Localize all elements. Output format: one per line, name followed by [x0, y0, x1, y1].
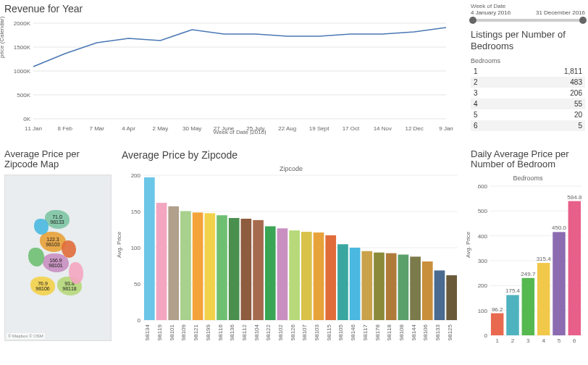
svg-text:98104: 98104 — [253, 324, 260, 340]
svg-text:19 Sept: 19 Sept — [309, 125, 329, 132]
bed-listings-table: Bedrooms 11,8112483320645552065 — [471, 56, 585, 131]
svg-rect-71 — [361, 251, 372, 320]
svg-text:0: 0 — [138, 317, 141, 324]
svg-text:98144: 98144 — [411, 324, 417, 340]
date-slider[interactable]: Week of Date 4 January 2016 31 December … — [471, 3, 585, 22]
svg-text:98108: 98108 — [398, 324, 405, 340]
svg-text:0: 0 — [484, 332, 488, 339]
bedbars-ylabel: Avg. Price — [465, 232, 471, 258]
svg-text:98105: 98105 — [337, 324, 344, 340]
bed-listings-header: Bedrooms — [471, 56, 585, 66]
svg-text:98122: 98122 — [265, 324, 272, 340]
zipbars-ylabel: Avg. Price — [116, 232, 122, 258]
svg-text:3: 3 — [526, 337, 530, 344]
svg-text:6: 6 — [573, 337, 576, 344]
svg-rect-59 — [289, 230, 300, 320]
svg-text:200: 200 — [131, 172, 141, 179]
svg-text:5: 5 — [558, 337, 561, 344]
svg-text:98121: 98121 — [193, 324, 199, 340]
bedroombars-panel: Daily Average Price per Number of Bedroo… — [466, 146, 588, 364]
svg-text:12 Dec: 12 Dec — [405, 125, 423, 132]
svg-text:98118: 98118 — [386, 324, 392, 340]
svg-rect-45 — [204, 213, 215, 320]
svg-rect-41 — [180, 211, 191, 320]
table-row: 455 — [471, 98, 585, 109]
svg-text:2000K: 2000K — [14, 20, 31, 27]
revenue-panel: Revenue for Year price (Calendar) 0K500K… — [0, 0, 465, 145]
svg-rect-69 — [350, 248, 361, 320]
svg-text:98126: 98126 — [290, 324, 296, 340]
svg-text:315.4: 315.4 — [537, 256, 552, 262]
svg-rect-83 — [434, 270, 445, 320]
slider-max: 31 December 2016 — [536, 9, 585, 16]
svg-text:98102: 98102 — [277, 324, 284, 340]
zipcode-bar-chart: 0501001502009813498119981019810998121981… — [122, 172, 461, 353]
zipbars-title: Average Price by Zipcode — [122, 149, 461, 161]
svg-rect-51 — [241, 219, 252, 320]
svg-text:17 Oct: 17 Oct — [343, 125, 360, 132]
svg-rect-47 — [217, 215, 227, 320]
svg-text:1000K: 1000K — [14, 68, 31, 75]
zipbars-panel: Average Price by Zipcode Zipcode Avg. Pr… — [117, 146, 465, 364]
map-credit: © Mapbox © OSM — [7, 333, 45, 339]
svg-rect-81 — [422, 261, 433, 320]
svg-text:98199: 98199 — [205, 324, 211, 340]
svg-text:98106: 98106 — [422, 324, 429, 340]
svg-rect-104 — [506, 295, 518, 335]
svg-text:11 Jan: 11 Jan — [25, 125, 42, 132]
table-row: 11,811 — [471, 66, 585, 77]
svg-rect-77 — [398, 255, 409, 320]
svg-rect-37 — [156, 203, 167, 320]
svg-text:98115: 98115 — [326, 324, 332, 340]
map-panel: Average Price per Zipcode Map 71.098133 … — [0, 146, 116, 364]
svg-rect-39 — [168, 206, 179, 320]
svg-text:600: 600 — [478, 183, 488, 190]
svg-rect-55 — [265, 226, 276, 320]
svg-rect-65 — [325, 235, 336, 320]
table-row: 65 — [471, 120, 585, 131]
svg-rect-53 — [253, 220, 264, 320]
svg-rect-57 — [277, 228, 288, 320]
svg-rect-101 — [491, 313, 503, 335]
svg-rect-63 — [314, 232, 324, 320]
svg-text:98103: 98103 — [314, 324, 320, 340]
svg-rect-79 — [410, 256, 421, 320]
svg-text:2 May: 2 May — [152, 125, 168, 132]
table-row: 520 — [471, 109, 585, 120]
svg-text:30 May: 30 May — [182, 125, 201, 132]
svg-text:100: 100 — [478, 307, 488, 314]
revenue-title: Revenue for Year — [4, 3, 461, 14]
svg-text:98178: 98178 — [374, 324, 381, 340]
svg-text:9 Jan: 9 Jan — [439, 125, 453, 132]
svg-text:2: 2 — [511, 337, 515, 344]
svg-text:0K: 0K — [23, 116, 30, 122]
svg-text:98136: 98136 — [229, 324, 235, 340]
svg-text:1500K: 1500K — [14, 44, 31, 51]
svg-rect-116 — [568, 201, 581, 335]
svg-rect-75 — [386, 253, 397, 320]
map-title: Average Price per Zipcode Map — [4, 149, 112, 170]
svg-text:22 Aug: 22 Aug — [278, 125, 296, 132]
svg-rect-73 — [374, 253, 385, 320]
revenue-line-chart: 0K500K1000K1500K2000K11 Jan8 Feb7 Mar4 A… — [4, 19, 453, 135]
slider-track[interactable] — [471, 19, 585, 22]
svg-rect-110 — [537, 263, 550, 335]
bed-listings-title: Listings per Number of Bedrooms — [471, 29, 585, 51]
svg-text:4: 4 — [542, 337, 545, 344]
svg-text:98116: 98116 — [217, 324, 224, 340]
svg-rect-85 — [446, 275, 457, 320]
svg-text:98146: 98146 — [350, 324, 356, 340]
svg-text:584.8: 584.8 — [567, 193, 582, 200]
svg-text:98134: 98134 — [144, 324, 151, 340]
zipcode-map[interactable]: 71.098133 122.398103 166.998101 76.99810… — [4, 175, 112, 341]
svg-text:500: 500 — [478, 208, 488, 214]
revenue-ylabel: price (Calendar) — [0, 17, 5, 58]
svg-text:400: 400 — [478, 232, 488, 239]
svg-text:Week of Date [2016]: Week of Date [2016] — [214, 129, 266, 135]
svg-text:98117: 98117 — [362, 324, 369, 340]
svg-text:98112: 98112 — [241, 324, 248, 340]
slider-caption: Week of Date — [471, 3, 585, 9]
bedbars-title: Daily Average Price per Number of Bedroo… — [471, 149, 585, 170]
svg-text:96.2: 96.2 — [492, 306, 503, 312]
svg-rect-35 — [144, 177, 155, 320]
